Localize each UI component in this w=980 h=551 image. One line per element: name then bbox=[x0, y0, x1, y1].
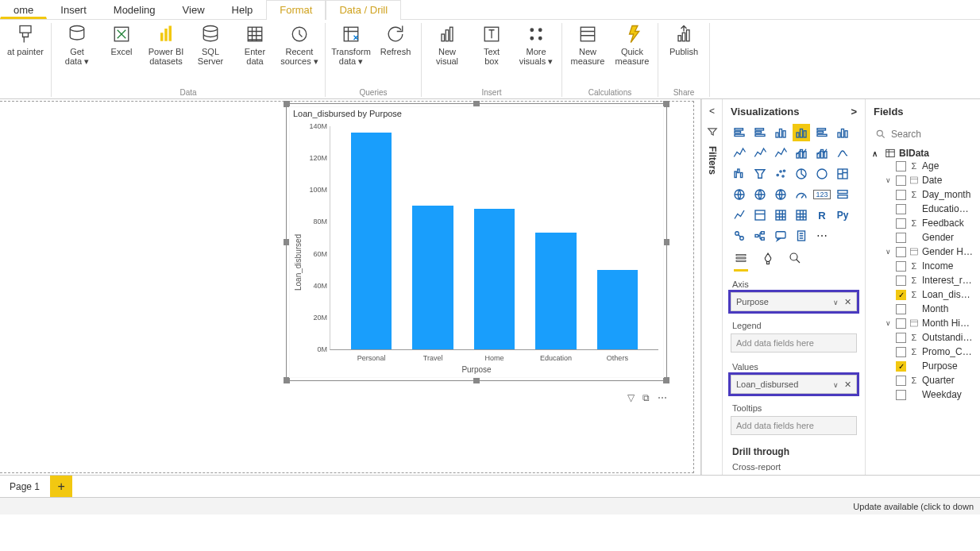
page-tab[interactable]: Page 1 bbox=[0, 476, 50, 497]
fields-search[interactable]: Search bbox=[872, 127, 974, 141]
viz-line-column2-icon[interactable] bbox=[813, 144, 831, 162]
field-gender[interactable]: Gender bbox=[872, 230, 974, 245]
legend-well[interactable]: Add data fields here bbox=[731, 333, 857, 353]
viz-waterfall-icon[interactable] bbox=[731, 165, 748, 183]
pbi-datasets-button[interactable]: Power BIdatasets bbox=[147, 23, 185, 66]
viz-table-icon[interactable] bbox=[772, 206, 789, 224]
new-visual-button[interactable]: Newvisual bbox=[428, 23, 466, 66]
axis-well[interactable]: Purpose ∨ ✕ bbox=[731, 292, 857, 311]
field-purpose[interactable]: Purpose bbox=[872, 359, 974, 373]
get-data-button[interactable]: Getdata ▾ bbox=[58, 23, 96, 66]
focus-icon[interactable]: ⧉ bbox=[642, 392, 650, 403]
field-checkbox[interactable] bbox=[896, 376, 906, 386]
viz-line-icon[interactable] bbox=[731, 144, 748, 162]
sql-server-button[interactable]: SQLServer bbox=[191, 23, 230, 66]
field-checkbox[interactable] bbox=[896, 333, 906, 343]
viz-treemap-icon[interactable] bbox=[834, 165, 851, 183]
field-checkbox[interactable] bbox=[896, 318, 906, 329]
viz-line-column-icon[interactable] bbox=[793, 144, 810, 162]
tab-insert[interactable]: Insert bbox=[47, 0, 100, 19]
more-icon[interactable]: ⋯ bbox=[658, 392, 667, 403]
viz-card-icon[interactable]: 123 bbox=[813, 186, 831, 203]
viz-stacked-column-icon[interactable] bbox=[772, 124, 789, 141]
filters-label[interactable]: Filters bbox=[707, 146, 718, 175]
viz-100-column-icon[interactable] bbox=[834, 124, 851, 141]
field-income[interactable]: ΣIncome bbox=[872, 259, 974, 273]
format-fields-tab[interactable] bbox=[734, 251, 748, 272]
viz-key-influencer-icon[interactable] bbox=[731, 227, 748, 245]
bar-personal[interactable] bbox=[351, 133, 392, 349]
viz-stacked-area-icon[interactable] bbox=[772, 144, 789, 162]
format-analytics-tab[interactable] bbox=[788, 251, 802, 272]
field-interestrate[interactable]: ΣInterest_rate bbox=[872, 273, 974, 287]
tab-format[interactable]: Format bbox=[266, 0, 326, 20]
excel-button[interactable]: Excel bbox=[102, 23, 141, 56]
viz-area-icon[interactable] bbox=[751, 144, 769, 162]
values-dropdown-icon[interactable]: ∨ bbox=[833, 381, 839, 389]
field-educationl[interactable]: Education_l... bbox=[872, 202, 974, 216]
field-outstandin[interactable]: ΣOutstandin... bbox=[872, 330, 974, 345]
tab-view[interactable]: View bbox=[169, 0, 218, 19]
format-paint-tab[interactable] bbox=[761, 251, 775, 272]
field-weekday[interactable]: Weekday bbox=[872, 387, 974, 402]
field-checkbox[interactable] bbox=[896, 390, 906, 400]
viz-funnel-icon[interactable] bbox=[751, 165, 769, 183]
viz-more-icon[interactable]: ⋯ bbox=[813, 227, 831, 245]
field-checkbox[interactable] bbox=[896, 304, 906, 314]
field-checkbox[interactable] bbox=[896, 218, 906, 229]
field-checkbox[interactable] bbox=[896, 361, 906, 372]
format-painter-button[interactable]: at painter bbox=[6, 23, 44, 56]
new-measure-button[interactable]: Newmeasure bbox=[569, 23, 607, 66]
field-loandisbu[interactable]: ΣLoan_disbu... bbox=[872, 287, 974, 302]
field-checkbox[interactable] bbox=[896, 204, 906, 214]
viz-gauge-icon[interactable] bbox=[793, 186, 810, 203]
field-checkbox[interactable] bbox=[896, 347, 906, 357]
viz-donut-icon[interactable] bbox=[813, 165, 831, 183]
axis-remove-icon[interactable]: ✕ bbox=[844, 297, 851, 306]
enter-data-button[interactable]: Enterdata bbox=[236, 23, 274, 66]
field-monthhier[interactable]: ∨Month Hier... bbox=[872, 316, 974, 330]
viz-slicer-icon[interactable] bbox=[751, 206, 769, 224]
quick-measure-button[interactable]: Quickmeasure bbox=[613, 23, 651, 66]
bar-home[interactable] bbox=[474, 209, 515, 349]
more-visuals-button[interactable]: Morevisuals ▾ bbox=[517, 23, 555, 66]
expand-filters-icon[interactable]: < bbox=[709, 106, 715, 117]
viz-scatter-icon[interactable] bbox=[772, 165, 789, 183]
recent-sources-button[interactable]: Recentsources ▾ bbox=[280, 23, 318, 66]
collapse-viz-icon[interactable]: > bbox=[851, 106, 857, 118]
viz-clustered-bar-icon[interactable] bbox=[751, 124, 769, 141]
values-well[interactable]: Loan_disbursed ∨ ✕ bbox=[731, 375, 857, 394]
tab-modeling[interactable]: Modeling bbox=[100, 0, 169, 19]
viz-decomposition-icon[interactable] bbox=[751, 227, 769, 245]
filter-icon[interactable]: ▽ bbox=[627, 392, 635, 403]
bar-education[interactable] bbox=[535, 233, 577, 349]
viz-pie-icon[interactable] bbox=[793, 165, 810, 183]
viz-r-icon[interactable]: R bbox=[813, 206, 831, 224]
viz-kpi-icon[interactable] bbox=[731, 206, 748, 224]
viz-shape-map-icon[interactable] bbox=[772, 186, 789, 203]
table-header[interactable]: ∧ BIData bbox=[872, 148, 974, 159]
field-checkbox[interactable] bbox=[896, 276, 906, 286]
field-checkbox[interactable] bbox=[896, 190, 906, 200]
viz-clustered-column-icon[interactable] bbox=[793, 124, 810, 141]
tab-ome[interactable]: ome bbox=[0, 0, 47, 19]
field-daymonth[interactable]: ΣDay_month bbox=[872, 187, 974, 202]
field-date[interactable]: ∨Date bbox=[872, 173, 974, 187]
field-checkbox[interactable] bbox=[896, 247, 906, 257]
field-checkbox[interactable] bbox=[896, 290, 906, 300]
field-checkbox[interactable] bbox=[896, 261, 906, 272]
field-month[interactable]: Month bbox=[872, 302, 974, 316]
viz-python-icon[interactable]: Py bbox=[834, 206, 851, 224]
field-genderhie[interactable]: ∨Gender Hie... bbox=[872, 245, 974, 259]
field-feedback[interactable]: ΣFeedback bbox=[872, 216, 974, 230]
axis-dropdown-icon[interactable]: ∨ bbox=[833, 299, 839, 306]
field-checkbox[interactable] bbox=[896, 175, 906, 186]
chart-visual[interactable]: Loan_disbursed by Purpose Loan_disbursed… bbox=[286, 103, 667, 381]
tab-datadrill[interactable]: Data / Drill bbox=[326, 0, 401, 20]
text-box-button[interactable]: Textbox bbox=[473, 23, 511, 66]
refresh-button[interactable]: Refresh bbox=[376, 23, 415, 56]
viz-100-bar-icon[interactable] bbox=[813, 124, 831, 141]
field-promoca[interactable]: ΣPromo_Ca... bbox=[872, 345, 974, 359]
field-checkbox[interactable] bbox=[896, 161, 906, 171]
viz-multi-card-icon[interactable] bbox=[834, 186, 851, 203]
